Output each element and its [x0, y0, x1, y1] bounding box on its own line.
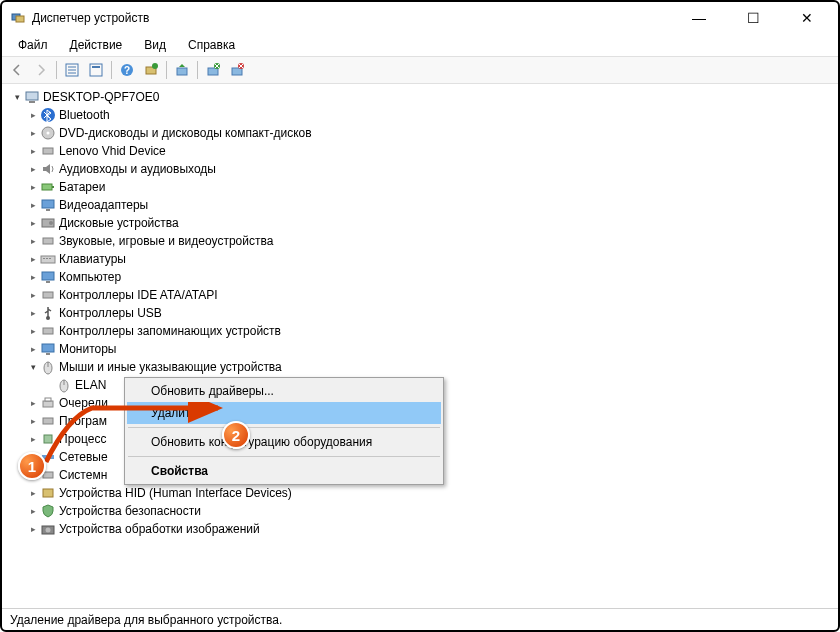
tree-category[interactable]: ▸Клавиатуры — [4, 250, 836, 268]
category-label: Мыши и иные указывающие устройства — [59, 358, 282, 376]
svg-point-28 — [49, 221, 53, 225]
category-label: Контроллеры запоминающих устройств — [59, 322, 281, 340]
category-label: Устройства безопасности — [59, 502, 201, 520]
tree-category[interactable]: ▸DVD-дисководы и дисководы компакт-диско… — [4, 124, 836, 142]
tree-category[interactable]: ▸Звуковые, игровые и видеоустройства — [4, 232, 836, 250]
svg-rect-38 — [43, 328, 53, 334]
expand-icon[interactable]: ▸ — [26, 322, 40, 340]
tree-category[interactable]: ▸Контроллеры IDE ATA/ATAPI — [4, 286, 836, 304]
menu-action[interactable]: Действие — [60, 36, 133, 54]
tree-category[interactable]: ▸Устройства безопасности — [4, 502, 836, 520]
svg-rect-52 — [43, 472, 53, 478]
toolbar-details-button[interactable] — [61, 59, 83, 81]
device-icon — [40, 143, 56, 159]
svg-rect-23 — [42, 184, 52, 190]
toolbar-scan-button[interactable] — [140, 59, 162, 81]
expand-icon[interactable]: ▾ — [10, 88, 24, 106]
expand-icon[interactable]: ▸ — [26, 160, 40, 178]
category-label: Аудиовходы и аудиовыходы — [59, 160, 216, 178]
device-label: ELAN — [75, 376, 106, 394]
expand-icon[interactable]: ▸ — [26, 502, 40, 520]
ctx-update-drivers[interactable]: Обновить драйверы... — [127, 380, 441, 402]
menu-view[interactable]: Вид — [134, 36, 176, 54]
device-icon — [40, 179, 56, 195]
expand-icon[interactable]: ▸ — [26, 142, 40, 160]
category-label: Компьютер — [59, 268, 121, 286]
svg-rect-35 — [46, 281, 50, 283]
svg-point-11 — [152, 63, 158, 69]
tree-category[interactable]: ▸Видеоадаптеры — [4, 196, 836, 214]
category-label: Контроллеры IDE ATA/ATAPI — [59, 286, 218, 304]
toolbar-update-driver-button[interactable] — [171, 59, 193, 81]
tree-category[interactable]: ▸Батареи — [4, 178, 836, 196]
minimize-button[interactable]: — — [684, 7, 714, 29]
titlebar: Диспетчер устройств — ☐ ✕ — [2, 2, 838, 34]
svg-point-55 — [46, 528, 51, 533]
expand-icon[interactable]: ▸ — [26, 106, 40, 124]
toolbar-back-button[interactable] — [6, 59, 28, 81]
svg-rect-13 — [208, 68, 218, 75]
tree-category[interactable]: ▸Аудиовходы и аудиовыходы — [4, 160, 836, 178]
svg-rect-12 — [177, 68, 187, 75]
toolbar-uninstall-button[interactable] — [202, 59, 224, 81]
menu-file[interactable]: Файл — [8, 36, 58, 54]
device-icon — [40, 323, 56, 339]
svg-rect-29 — [43, 238, 53, 244]
expand-icon[interactable]: ▸ — [26, 520, 40, 538]
close-button[interactable]: ✕ — [792, 7, 822, 29]
mouse-icon — [40, 359, 56, 375]
expand-icon[interactable]: ▸ — [26, 340, 40, 358]
svg-rect-53 — [43, 489, 53, 497]
expand-icon[interactable]: ▸ — [26, 124, 40, 142]
annotation-arrow — [38, 402, 228, 472]
toolbar-separator — [197, 61, 198, 79]
tree-category[interactable]: ▸Lenovo Vhid Device — [4, 142, 836, 160]
svg-rect-34 — [42, 272, 54, 280]
tree-category[interactable]: ▸Дисковые устройства — [4, 214, 836, 232]
device-icon — [40, 521, 56, 537]
expand-icon[interactable]: ▸ — [26, 178, 40, 196]
category-label: Устройства обработки изображений — [59, 520, 260, 538]
expand-icon[interactable]: ▸ — [26, 304, 40, 322]
toolbar-separator — [56, 61, 57, 79]
toolbar-forward-button[interactable] — [30, 59, 52, 81]
toolbar-remove-button[interactable] — [226, 59, 248, 81]
device-tree[interactable]: ▾ DESKTOP-QPF7OE0 ▸Bluetooth▸DVD-дисково… — [2, 84, 838, 604]
category-label: Батареи — [59, 178, 105, 196]
expand-icon[interactable]: ▸ — [26, 268, 40, 286]
maximize-button[interactable]: ☐ — [738, 7, 768, 29]
menubar: Файл Действие Вид Справка — [2, 34, 838, 56]
expand-icon[interactable]: ▸ — [26, 484, 40, 502]
toolbar-properties-button[interactable] — [85, 59, 107, 81]
tree-category[interactable]: ▸Мониторы — [4, 340, 836, 358]
device-icon — [40, 485, 56, 501]
tree-category[interactable]: ▸Устройства обработки изображений — [4, 520, 836, 538]
expand-icon[interactable]: ▸ — [26, 196, 40, 214]
svg-rect-22 — [43, 148, 53, 154]
tree-category[interactable]: ▸Контроллеры запоминающих устройств — [4, 322, 836, 340]
toolbar: ? — [2, 56, 838, 84]
statusbar: Удаление драйвера для выбранного устройс… — [2, 608, 838, 630]
toolbar-help-button[interactable]: ? — [116, 59, 138, 81]
expand-icon[interactable]: ▸ — [26, 232, 40, 250]
tree-category[interactable]: ▸Bluetooth — [4, 106, 836, 124]
svg-rect-17 — [26, 92, 38, 100]
svg-rect-30 — [41, 256, 55, 263]
category-label: Дисковые устройства — [59, 214, 179, 232]
svg-rect-18 — [29, 101, 35, 103]
tree-category-mice[interactable]: ▾ Мыши и иные указывающие устройства — [4, 358, 836, 376]
menu-help[interactable]: Справка — [178, 36, 245, 54]
tree-category[interactable]: ▸Контроллеры USB — [4, 304, 836, 322]
expand-icon[interactable]: ▾ — [26, 358, 40, 376]
expand-icon[interactable]: ▸ — [26, 250, 40, 268]
expand-icon[interactable]: ▸ — [26, 214, 40, 232]
tree-root[interactable]: ▾ DESKTOP-QPF7OE0 — [4, 88, 836, 106]
device-icon — [40, 341, 56, 357]
category-label: Lenovo Vhid Device — [59, 142, 166, 160]
svg-text:?: ? — [124, 65, 130, 76]
expand-icon[interactable]: ▸ — [26, 286, 40, 304]
svg-rect-25 — [42, 200, 54, 208]
tree-category[interactable]: ▸Устройства HID (Human Interface Devices… — [4, 484, 836, 502]
svg-rect-24 — [52, 186, 54, 188]
tree-category[interactable]: ▸Компьютер — [4, 268, 836, 286]
